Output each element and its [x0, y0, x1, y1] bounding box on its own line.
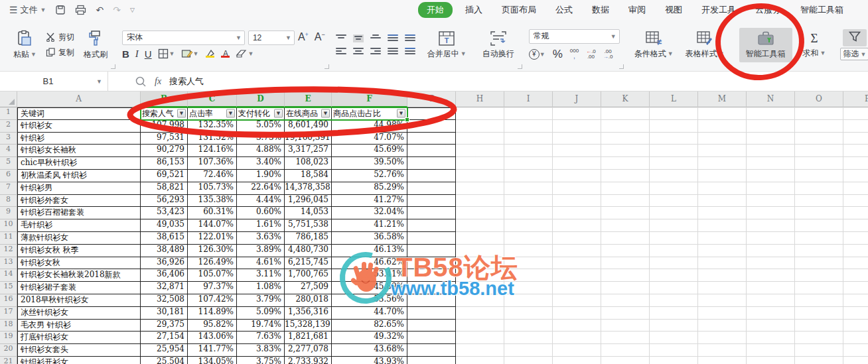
empty-cell[interactable]: [698, 269, 747, 282]
empty-cell[interactable]: [650, 195, 698, 208]
row-number[interactable]: 6: [0, 170, 17, 182]
empty-cell[interactable]: [843, 269, 868, 282]
empty-cell[interactable]: [843, 133, 868, 145]
magnifier-icon[interactable]: [135, 76, 147, 88]
empty-cell[interactable]: [553, 245, 601, 257]
tab-页面布局[interactable]: 页面布局: [495, 2, 543, 18]
value-cell-C[interactable]: 143.06%: [188, 332, 237, 344]
keyword-cell[interactable]: 冰丝针织衫女: [17, 307, 141, 320]
empty-cell[interactable]: [698, 107, 747, 120]
save-button[interactable]: [55, 5, 66, 15]
filter-header-D1[interactable]: 支付转化▼: [237, 107, 285, 120]
empty-cell[interactable]: [795, 282, 843, 294]
value-cell-D[interactable]: 5.05%: [237, 120, 285, 133]
row-number[interactable]: 17: [0, 307, 17, 320]
value-cell-F[interactable]: 46.62%: [332, 257, 407, 270]
decrease-font-button[interactable]: A−: [315, 31, 325, 43]
value-cell-B[interactable]: 56,293: [141, 195, 188, 208]
value-cell-F[interactable]: 53.41%: [332, 269, 407, 282]
empty-cell[interactable]: [795, 357, 843, 364]
font-size-select[interactable]: 12▼: [248, 30, 295, 45]
undo-button[interactable]: ↶: [96, 5, 104, 15]
align-left-button[interactable]: [336, 48, 346, 56]
bold-button[interactable]: B: [122, 48, 129, 60]
empty-cell[interactable]: [650, 332, 698, 344]
keyword-cell[interactable]: 针织衫百褶裙套装: [17, 207, 141, 219]
empty-cell[interactable]: [698, 245, 747, 257]
shading-button[interactable]: ▼: [181, 48, 199, 59]
format-painter-button[interactable]: 格式刷: [80, 29, 111, 62]
empty-cell[interactable]: [504, 120, 553, 133]
empty-cell[interactable]: [650, 320, 698, 332]
value-cell-F[interactable]: 85.29%: [332, 182, 407, 195]
align-right-button[interactable]: [370, 48, 381, 56]
empty-cell[interactable]: [553, 157, 601, 170]
keyword-cell[interactable]: 针织衫开衫女: [17, 357, 141, 364]
empty-cell[interactable]: [407, 357, 456, 364]
value-cell-D[interactable]: 3.89%: [237, 245, 285, 257]
empty-cell[interactable]: [843, 207, 868, 219]
empty-cell[interactable]: [504, 307, 553, 320]
empty-cell[interactable]: [843, 245, 868, 257]
value-cell-D[interactable]: 3.79%: [237, 294, 285, 307]
empty-cell[interactable]: [650, 257, 698, 270]
value-cell-B[interactable]: 38,489: [141, 245, 188, 257]
empty-cell[interactable]: [698, 207, 747, 219]
value-cell-D[interactable]: 3.83%: [237, 344, 285, 357]
filter-header-B1[interactable]: 搜索人气▼: [141, 107, 188, 120]
empty-cell[interactable]: [456, 357, 504, 364]
empty-cell[interactable]: [795, 294, 843, 307]
row-number[interactable]: 13: [0, 257, 17, 270]
empty-cell[interactable]: [504, 157, 553, 170]
empty-cell[interactable]: [698, 332, 747, 344]
value-cell-B[interactable]: 69,521: [141, 170, 188, 182]
empty-cell[interactable]: [601, 157, 650, 170]
filter-header-C1[interactable]: 点击率▼: [188, 107, 237, 120]
empty-cell[interactable]: [698, 257, 747, 270]
value-cell-E[interactable]: 1,700,765: [285, 269, 332, 282]
decrease-indent-button[interactable]: [388, 34, 398, 42]
value-cell-C[interactable]: 126.49%: [188, 257, 237, 270]
value-cell-F[interactable]: 47.07%: [332, 133, 407, 145]
value-cell-D[interactable]: 3.75%: [237, 357, 285, 364]
empty-cell[interactable]: [407, 332, 456, 344]
keyword-cell[interactable]: 薄款针织衫女: [17, 232, 141, 245]
empty-cell[interactable]: [843, 332, 868, 344]
value-cell-C[interactable]: 131.52%: [188, 133, 237, 145]
table-style-button[interactable]: 表格样式▼: [682, 29, 729, 61]
empty-cell[interactable]: [843, 294, 868, 307]
value-cell-B[interactable]: 38,615: [141, 232, 188, 245]
value-cell-E[interactable]: 280,018: [285, 294, 332, 307]
print-button[interactable]: [75, 5, 86, 15]
empty-cell[interactable]: [650, 170, 698, 182]
value-cell-D[interactable]: 22.64%: [237, 182, 285, 195]
empty-cell[interactable]: [747, 357, 795, 364]
empty-cell[interactable]: [747, 307, 795, 320]
empty-cell[interactable]: [795, 269, 843, 282]
empty-cell[interactable]: [407, 133, 456, 145]
value-cell-B[interactable]: 29,375: [141, 320, 188, 332]
empty-cell[interactable]: [504, 145, 553, 157]
empty-cell[interactable]: [650, 120, 698, 133]
empty-cell[interactable]: [456, 195, 504, 208]
empty-cell[interactable]: [843, 282, 868, 294]
value-cell-B[interactable]: 97,531: [141, 133, 188, 145]
empty-cell[interactable]: [795, 344, 843, 357]
empty-cell[interactable]: [456, 157, 504, 170]
empty-cell[interactable]: [747, 219, 795, 232]
empty-cell[interactable]: [553, 120, 601, 133]
empty-cell[interactable]: [456, 219, 504, 232]
value-cell-F[interactable]: 32.04%: [332, 207, 407, 219]
value-cell-C[interactable]: 141.77%: [188, 344, 237, 357]
filter-header-F1[interactable]: 商品点击占比▼: [332, 107, 407, 120]
value-cell-E[interactable]: 4,480,730: [285, 245, 332, 257]
value-cell-C[interactable]: 95.82%: [188, 320, 237, 332]
empty-cell[interactable]: [504, 320, 553, 332]
tab-开始[interactable]: 开始: [418, 2, 453, 18]
empty-cell[interactable]: [747, 107, 795, 120]
empty-cell[interactable]: [698, 195, 747, 208]
value-cell-D[interactable]: 4.61%: [237, 257, 285, 270]
value-cell-B[interactable]: 107,998: [141, 120, 188, 133]
number-format-select[interactable]: 常规▼: [529, 29, 620, 44]
empty-cell[interactable]: [553, 357, 601, 364]
